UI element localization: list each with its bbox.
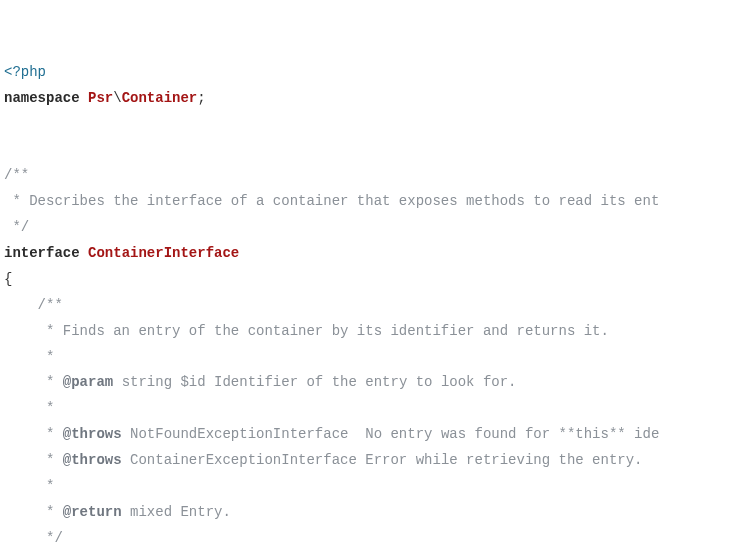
method-docblock-star: * xyxy=(4,349,54,365)
method-docblock-throws-pre: * xyxy=(4,426,63,442)
interface-name: ContainerInterface xyxy=(88,245,239,261)
method-docblock-param-pre: * xyxy=(4,374,63,390)
method-docblock-star: * xyxy=(4,400,54,416)
namespace-psr: Psr xyxy=(88,90,113,106)
keyword-interface: interface xyxy=(4,245,80,261)
method-docblock-open: /** xyxy=(4,297,63,313)
php-open-tag: <?php xyxy=(4,64,46,80)
method-docblock-return-rest: mixed Entry. xyxy=(122,504,231,520)
doctag-return: @return xyxy=(63,504,122,520)
namespace-container: Container xyxy=(122,90,198,106)
doctag-param: @param xyxy=(63,374,113,390)
method-docblock-desc: * Finds an entry of the container by its… xyxy=(4,323,609,339)
docblock-close: */ xyxy=(4,219,29,235)
namespace-sep: \ xyxy=(113,90,121,106)
method-docblock-throws-pre: * xyxy=(4,452,63,468)
method-docblock-throws1-rest: NotFoundExceptionInterface No entry was … xyxy=(122,426,660,442)
doctag-throws: @throws xyxy=(63,426,122,442)
method-docblock-close: */ xyxy=(4,530,63,542)
method-docblock-star: * xyxy=(4,478,54,494)
docblock-line: * Describes the interface of a container… xyxy=(4,193,659,209)
docblock-open: /** xyxy=(4,167,29,183)
method-docblock-return-pre: * xyxy=(4,504,63,520)
keyword-namespace: namespace xyxy=(4,90,80,106)
brace-open: { xyxy=(4,271,12,287)
doctag-throws: @throws xyxy=(63,452,122,468)
method-docblock-throws2-rest: ContainerExceptionInterface Error while … xyxy=(122,452,643,468)
semicolon: ; xyxy=(197,90,205,106)
method-docblock-param-rest: string $id Identifier of the entry to lo… xyxy=(113,374,516,390)
